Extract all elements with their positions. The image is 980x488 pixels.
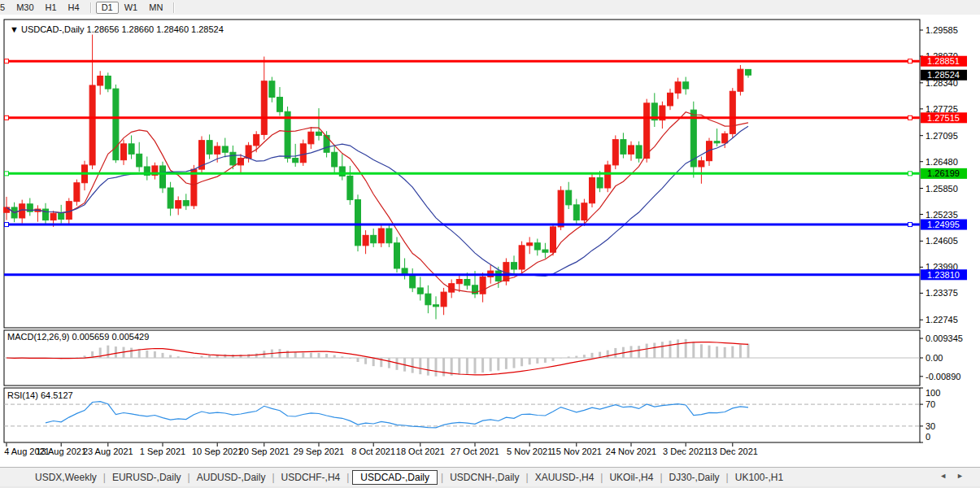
toolbar-separator [90, 2, 91, 13]
svg-text:27 Oct 2021: 27 Oct 2021 [451, 447, 499, 456]
hline-price-tag: 1.26199 [921, 168, 967, 179]
svg-text:1.27095: 1.27095 [926, 131, 958, 141]
hline-price-tag: 1.23810 [921, 269, 967, 280]
hline-handle[interactable] [5, 59, 9, 63]
chart-window[interactable]: 1.295851.289701.283401.277251.270951.264… [0, 15, 980, 467]
svg-text:30: 30 [926, 421, 935, 431]
svg-text:1.29585: 1.29585 [926, 25, 958, 35]
rsi-label: RSI(14) 64.5127 [7, 390, 73, 400]
svg-text:1.25235: 1.25235 [926, 210, 958, 220]
tab-usdchf-h4[interactable]: USDCHF-,H4 [276, 470, 346, 485]
svg-text:10 Sep 2021: 10 Sep 2021 [192, 447, 242, 456]
timeframe-button-m30[interactable]: M30 [11, 2, 39, 14]
timeframe-toolbar: 5M30H1H4D1W1MN [0, 0, 980, 15]
tab-xauusd-h4[interactable]: XAUUSD-,H4 [529, 470, 600, 485]
tab-audusd-daily[interactable]: AUDUSD-,Daily [191, 470, 272, 485]
svg-text:5 Nov 2021: 5 Nov 2021 [507, 447, 552, 456]
svg-text:24 Nov 2021: 24 Nov 2021 [606, 447, 656, 456]
tab-uk100-h1[interactable]: UK100-,H1 [730, 470, 789, 485]
tabs-scroll-right-icon[interactable]: ► [956, 472, 973, 480]
tab-separator: | [346, 472, 350, 483]
svg-text:1.24605: 1.24605 [926, 236, 958, 246]
date-axis: 4 Aug 202113 Aug 202123 Aug 20211 Sep 20… [4, 443, 758, 457]
hline-price-tag: 1.27515 [921, 112, 967, 123]
toolbar-separator [173, 2, 174, 13]
tab-ukoil-h4[interactable]: UKOil-,H4 [603, 470, 659, 485]
macd-label: MACD(12,26,9) 0.005659 0.005429 [7, 332, 149, 342]
hline-handle[interactable] [5, 172, 9, 176]
svg-text:13 Aug 2021: 13 Aug 2021 [36, 447, 86, 456]
timeframe-button-h4[interactable]: H4 [63, 2, 85, 14]
svg-text:1.26199: 1.26199 [927, 168, 960, 178]
timeframe-button-5[interactable]: 5 [0, 2, 11, 14]
chart-tabs: USDX,Weekly|EURUSD-,Daily|AUDUSD-,Daily|… [0, 467, 980, 486]
svg-text:1.25850: 1.25850 [926, 184, 958, 194]
svg-text:20 Sep 2021: 20 Sep 2021 [239, 447, 290, 456]
svg-text:1.24995: 1.24995 [927, 220, 960, 229]
svg-text:1.23375: 1.23375 [926, 288, 958, 298]
svg-text:15 Nov 2021: 15 Nov 2021 [551, 447, 602, 456]
svg-text:18 Oct 2021: 18 Oct 2021 [396, 447, 445, 456]
hline-handle[interactable] [5, 115, 9, 120]
hline-handle[interactable] [908, 172, 912, 176]
rsi-axis: 10070300 [920, 388, 940, 442]
tab-eurusd-daily[interactable]: EURUSD-,Daily [107, 470, 187, 485]
svg-text:0: 0 [926, 432, 930, 442]
chart-canvas[interactable]: 1.295851.289701.283401.277251.270951.264… [0, 15, 980, 467]
hline-handle[interactable] [908, 59, 912, 63]
svg-text:1.26480: 1.26480 [926, 157, 958, 167]
svg-text:70: 70 [926, 399, 935, 409]
svg-text:29 Sep 2021: 29 Sep 2021 [294, 447, 344, 456]
svg-text:23 Aug 2021: 23 Aug 2021 [83, 447, 133, 456]
svg-text:8 Oct 2021: 8 Oct 2021 [351, 447, 395, 456]
svg-text:1.23810: 1.23810 [927, 270, 960, 280]
timeframe-button-mn[interactable]: MN [143, 2, 168, 14]
tabs-scroll-left-icon[interactable]: ◄ [939, 472, 956, 480]
symbol-ohlc-label: ▼ USDCAD-,Daily 1.28656 1.28660 1.28460 … [10, 24, 224, 34]
tab-usdcnh-daily[interactable]: USDCNH-,Daily [444, 470, 525, 485]
hline-handle[interactable] [5, 223, 9, 227]
timeframe-button-d1[interactable]: D1 [96, 2, 119, 14]
timeframe-button-w1[interactable]: W1 [119, 2, 144, 14]
svg-text:1.28851: 1.28851 [927, 56, 960, 66]
tab-dj30-daily[interactable]: DJ30-,Daily [664, 470, 725, 485]
hline-price-tag: 1.28851 [921, 56, 967, 67]
tab-usdx-weekly[interactable]: USDX,Weekly [29, 470, 102, 485]
svg-text:-0.00890: -0.00890 [926, 372, 960, 381]
svg-text:1 Sep 2021: 1 Sep 2021 [140, 447, 185, 456]
hline-price-tag: 1.24995 [921, 220, 967, 230]
svg-text:1.27515: 1.27515 [927, 113, 960, 123]
hline-handle[interactable] [908, 115, 912, 120]
svg-text:0.00: 0.00 [926, 353, 943, 363]
svg-text:0.009345: 0.009345 [926, 333, 963, 343]
svg-text:100: 100 [926, 388, 940, 398]
svg-text:3 Dec 2021: 3 Dec 2021 [663, 447, 708, 456]
svg-text:13 Dec 2021: 13 Dec 2021 [708, 447, 758, 456]
timeframe-button-h1[interactable]: H1 [40, 2, 63, 14]
hline-handle[interactable] [908, 223, 912, 227]
svg-text:1.28524: 1.28524 [927, 70, 960, 80]
svg-text:1.22745: 1.22745 [926, 315, 958, 325]
tab-usdcad-daily[interactable]: USDCAD-,Daily [352, 470, 438, 485]
macd-axis: 0.0093450.00-0.00890 [920, 333, 963, 381]
current-price-tag: 1.28524 [921, 70, 967, 81]
